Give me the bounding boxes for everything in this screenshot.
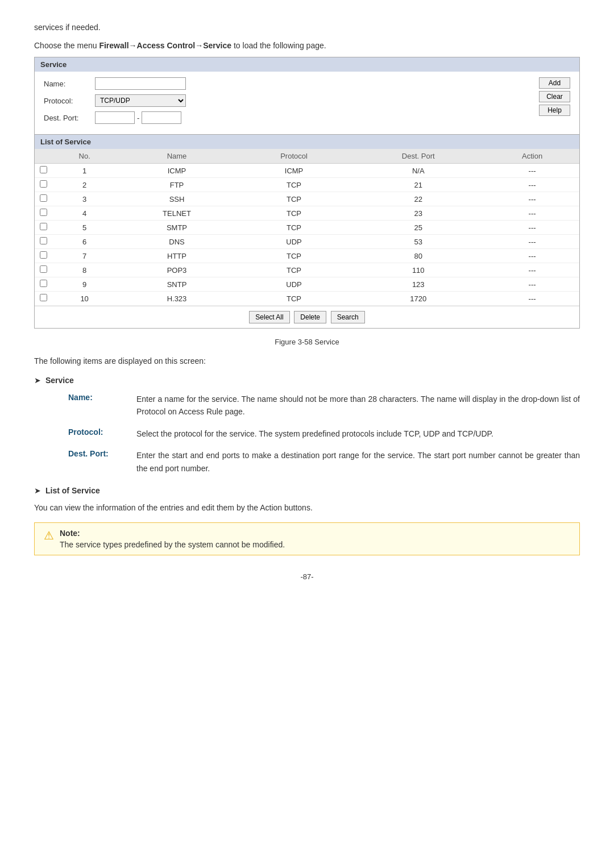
cell-name: TELNET	[117, 206, 236, 221]
cell-dest_port: 25	[351, 221, 485, 235]
service-definitions: Name: Enter a name for the service. The …	[68, 393, 580, 475]
cell-dest_port: 1720	[351, 292, 485, 306]
row-checkbox[interactable]	[40, 194, 47, 202]
dest-port-end[interactable]	[142, 111, 181, 124]
table-footer: Select All Delete Search	[35, 306, 579, 328]
name-input[interactable]	[95, 77, 186, 90]
row-checkbox[interactable]	[40, 280, 47, 287]
row-checkbox[interactable]	[40, 251, 47, 259]
dest-port-start[interactable]	[95, 111, 135, 124]
protocol-select[interactable]: TCP/UDP TCP UDP ICMP	[95, 94, 186, 107]
cell-name: H.323	[117, 292, 236, 306]
help-button[interactable]: Help	[539, 105, 570, 116]
cell-protocol: UDP	[237, 235, 352, 249]
protocol-label: Protocol:	[44, 97, 95, 105]
cell-dest_port: 21	[351, 178, 485, 192]
cell-no: 5	[52, 221, 117, 235]
table-row: 4TELNETTCP23---	[35, 206, 579, 221]
note-label: Note:	[60, 529, 80, 538]
cell-action: ---	[485, 277, 579, 292]
service-form: Add Clear Help Name: Protocol: TCP/UDP T…	[35, 72, 579, 134]
table-row: 10H.323TCP1720---	[35, 292, 579, 306]
arrow-icon-2: ➤	[34, 486, 41, 495]
following-text: The following items are displayed on thi…	[34, 356, 580, 366]
intro-text: services if needed.	[34, 23, 580, 32]
list-of-service-header: List of Service	[35, 134, 579, 149]
table-header-row: No.NameProtocolDest. PortAction	[35, 149, 579, 164]
dest-port-row: Dest. Port: -	[44, 111, 570, 124]
cell-no: 2	[52, 178, 117, 192]
dest-port-label: Dest. Port:	[44, 114, 95, 122]
cell-action: ---	[485, 164, 579, 178]
section-list-header: ➤ List of Service	[34, 486, 580, 495]
col-header-4: Action	[485, 149, 579, 164]
cell-dest_port: 53	[351, 235, 485, 249]
cell-name: POP3	[117, 263, 236, 277]
cell-no: 1	[52, 164, 117, 178]
col-header-2: Protocol	[237, 149, 352, 164]
cell-action: ---	[485, 221, 579, 235]
def-dest-port-desc: Enter the start and end ports to make a …	[136, 449, 580, 475]
delete-button[interactable]: Delete	[294, 311, 326, 323]
clear-button[interactable]: Clear	[539, 91, 570, 102]
table-row: 8POP3TCP110---	[35, 263, 579, 277]
col-header-0: No.	[52, 149, 117, 164]
cell-name: FTP	[117, 178, 236, 192]
table-row: 9SNTPUDP123---	[35, 277, 579, 292]
table-row: 2FTPTCP21---	[35, 178, 579, 192]
cell-protocol: TCP	[237, 178, 352, 192]
col-header-3: Dest. Port	[351, 149, 485, 164]
cell-dest_port: 123	[351, 277, 485, 292]
section-service-title: Service	[45, 376, 74, 385]
cell-dest_port: 22	[351, 192, 485, 206]
search-button[interactable]: Search	[331, 311, 365, 323]
arrow-icon: ➤	[34, 376, 41, 385]
table-row: 1ICMPICMPN/A---	[35, 164, 579, 178]
choose-path: Firewall→Access Control→Service	[99, 41, 231, 50]
row-checkbox[interactable]	[40, 265, 47, 273]
cell-no: 4	[52, 206, 117, 221]
warning-icon: ⚠	[44, 529, 54, 542]
cell-no: 7	[52, 249, 117, 263]
cell-dest_port: 110	[351, 263, 485, 277]
cell-protocol: TCP	[237, 249, 352, 263]
cell-protocol: ICMP	[237, 164, 352, 178]
cell-action: ---	[485, 263, 579, 277]
page-number: -87-	[34, 572, 580, 581]
def-dest-port-term: Dest. Port:	[68, 449, 136, 475]
list-service-desc: You can view the information of the entr…	[34, 503, 580, 512]
action-buttons: Add Clear Help	[539, 77, 570, 116]
cell-protocol: TCP	[237, 192, 352, 206]
dest-port-sep: -	[137, 114, 139, 122]
cell-protocol: UDP	[237, 277, 352, 292]
def-name-term: Name:	[68, 393, 136, 418]
choose-suffix: to load the following page.	[231, 41, 326, 50]
row-checkbox[interactable]	[40, 180, 47, 188]
col-header-1: Name	[117, 149, 236, 164]
cell-action: ---	[485, 178, 579, 192]
cell-name: SSH	[117, 192, 236, 206]
cell-no: 6	[52, 235, 117, 249]
table-row: 7HTTPTCP80---	[35, 249, 579, 263]
table-row: 6DNSUDP53---	[35, 235, 579, 249]
cell-action: ---	[485, 249, 579, 263]
add-button[interactable]: Add	[539, 77, 570, 89]
cell-name: DNS	[117, 235, 236, 249]
note-box: ⚠ Note: The service types predefined by …	[34, 522, 580, 555]
row-checkbox[interactable]	[40, 294, 47, 301]
col-checkbox	[35, 149, 52, 164]
def-dest-port-row: Dest. Port: Enter the start and end port…	[68, 449, 580, 475]
row-checkbox[interactable]	[40, 237, 47, 244]
figure-caption: Figure 3-58 Service	[34, 338, 580, 346]
table-row: 5SMTPTCP25---	[35, 221, 579, 235]
cell-no: 8	[52, 263, 117, 277]
def-name-desc: Enter a name for the service. The name s…	[136, 393, 580, 418]
row-checkbox[interactable]	[40, 166, 47, 173]
row-checkbox[interactable]	[40, 223, 47, 230]
select-all-button[interactable]: Select All	[249, 311, 289, 323]
cell-action: ---	[485, 235, 579, 249]
section-service-header: ➤ Service	[34, 376, 580, 385]
row-checkbox[interactable]	[40, 209, 47, 216]
protocol-row: Protocol: TCP/UDP TCP UDP ICMP	[44, 94, 570, 107]
cell-no: 10	[52, 292, 117, 306]
